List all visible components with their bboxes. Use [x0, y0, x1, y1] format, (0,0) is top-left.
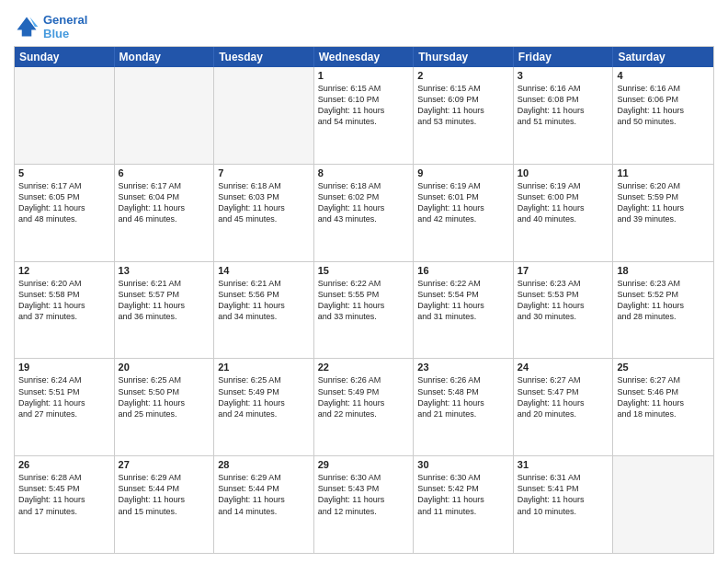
calendar-cell: 2Sunrise: 6:15 AM Sunset: 6:09 PM Daylig…	[414, 67, 514, 164]
header-day-tuesday: Tuesday	[214, 47, 314, 67]
day-number: 5	[18, 167, 110, 178]
calendar-cell: 5Sunrise: 6:17 AM Sunset: 6:05 PM Daylig…	[15, 165, 115, 261]
calendar-cell: 1Sunrise: 6:15 AM Sunset: 6:10 PM Daylig…	[314, 67, 415, 164]
day-number: 19	[18, 362, 110, 373]
day-number: 26	[18, 459, 110, 470]
day-info: Sunrise: 6:19 AM Sunset: 6:00 PM Dayligh…	[518, 180, 609, 225]
calendar-header: SundayMondayTuesdayWednesdayThursdayFrid…	[15, 47, 713, 67]
calendar-cell	[15, 67, 115, 164]
calendar-cell: 10Sunrise: 6:19 AM Sunset: 6:00 PM Dayli…	[514, 165, 614, 261]
calendar-cell: 9Sunrise: 6:19 AM Sunset: 6:01 PM Daylig…	[414, 165, 514, 261]
calendar-cell	[214, 67, 314, 164]
day-number: 25	[617, 362, 710, 373]
calendar-cell: 25Sunrise: 6:27 AM Sunset: 5:46 PM Dayli…	[613, 359, 713, 455]
calendar-cell: 4Sunrise: 6:16 AM Sunset: 6:06 PM Daylig…	[613, 67, 713, 164]
day-info: Sunrise: 6:26 AM Sunset: 5:49 PM Dayligh…	[318, 374, 410, 419]
day-info: Sunrise: 6:29 AM Sunset: 5:44 PM Dayligh…	[119, 472, 210, 517]
calendar-cell: 23Sunrise: 6:26 AM Sunset: 5:48 PM Dayli…	[414, 359, 514, 455]
calendar-week-2: 5Sunrise: 6:17 AM Sunset: 6:05 PM Daylig…	[15, 165, 713, 262]
header-day-saturday: Saturday	[613, 47, 713, 67]
day-info: Sunrise: 6:26 AM Sunset: 5:48 PM Dayligh…	[417, 374, 509, 419]
calendar-week-4: 19Sunrise: 6:24 AM Sunset: 5:51 PM Dayli…	[15, 359, 713, 456]
day-number: 13	[119, 265, 210, 276]
day-number: 9	[417, 167, 509, 178]
day-info: Sunrise: 6:30 AM Sunset: 5:43 PM Dayligh…	[318, 472, 410, 517]
calendar-cell: 22Sunrise: 6:26 AM Sunset: 5:49 PM Dayli…	[314, 359, 415, 455]
day-number: 12	[18, 265, 110, 276]
calendar-cell	[613, 456, 713, 553]
calendar-cell: 28Sunrise: 6:29 AM Sunset: 5:44 PM Dayli…	[214, 456, 314, 553]
day-number: 17	[518, 265, 609, 276]
day-info: Sunrise: 6:25 AM Sunset: 5:49 PM Dayligh…	[218, 374, 310, 419]
calendar-cell: 6Sunrise: 6:17 AM Sunset: 6:04 PM Daylig…	[115, 165, 215, 261]
day-info: Sunrise: 6:15 AM Sunset: 6:09 PM Dayligh…	[417, 83, 509, 128]
header: General Blue	[14, 9, 714, 40]
day-info: Sunrise: 6:31 AM Sunset: 5:41 PM Dayligh…	[518, 472, 609, 517]
day-info: Sunrise: 6:20 AM Sunset: 5:59 PM Dayligh…	[617, 180, 710, 225]
day-number: 27	[119, 459, 210, 470]
calendar-body: 1Sunrise: 6:15 AM Sunset: 6:10 PM Daylig…	[15, 67, 713, 553]
day-number: 14	[218, 265, 310, 276]
calendar-cell: 31Sunrise: 6:31 AM Sunset: 5:41 PM Dayli…	[514, 456, 614, 553]
header-day-wednesday: Wednesday	[314, 47, 415, 67]
day-number: 31	[518, 459, 609, 470]
calendar: SundayMondayTuesdayWednesdayThursdayFrid…	[14, 46, 714, 554]
day-number: 4	[617, 70, 710, 81]
day-number: 30	[417, 459, 509, 470]
day-info: Sunrise: 6:28 AM Sunset: 5:45 PM Dayligh…	[18, 472, 110, 517]
calendar-cell: 13Sunrise: 6:21 AM Sunset: 5:57 PM Dayli…	[115, 262, 215, 359]
logo: General Blue	[14, 13, 87, 40]
day-info: Sunrise: 6:16 AM Sunset: 6:08 PM Dayligh…	[518, 83, 609, 128]
logo-text: General Blue	[43, 13, 87, 40]
day-number: 6	[119, 167, 210, 178]
calendar-cell: 30Sunrise: 6:30 AM Sunset: 5:42 PM Dayli…	[414, 456, 514, 553]
calendar-cell: 14Sunrise: 6:21 AM Sunset: 5:56 PM Dayli…	[214, 262, 314, 359]
day-info: Sunrise: 6:21 AM Sunset: 5:57 PM Dayligh…	[119, 278, 210, 323]
day-number: 11	[617, 167, 710, 178]
day-info: Sunrise: 6:23 AM Sunset: 5:53 PM Dayligh…	[518, 278, 609, 323]
header-day-thursday: Thursday	[414, 47, 514, 67]
calendar-cell: 16Sunrise: 6:22 AM Sunset: 5:54 PM Dayli…	[414, 262, 514, 359]
calendar-cell: 19Sunrise: 6:24 AM Sunset: 5:51 PM Dayli…	[15, 359, 115, 455]
day-info: Sunrise: 6:29 AM Sunset: 5:44 PM Dayligh…	[218, 472, 310, 517]
day-info: Sunrise: 6:15 AM Sunset: 6:10 PM Dayligh…	[318, 83, 410, 128]
day-number: 28	[218, 459, 310, 470]
calendar-week-1: 1Sunrise: 6:15 AM Sunset: 6:10 PM Daylig…	[15, 67, 713, 165]
day-number: 1	[318, 70, 410, 81]
calendar-cell: 29Sunrise: 6:30 AM Sunset: 5:43 PM Dayli…	[314, 456, 415, 553]
calendar-cell: 12Sunrise: 6:20 AM Sunset: 5:58 PM Dayli…	[15, 262, 115, 359]
day-info: Sunrise: 6:18 AM Sunset: 6:03 PM Dayligh…	[218, 180, 310, 225]
day-info: Sunrise: 6:23 AM Sunset: 5:52 PM Dayligh…	[617, 278, 710, 323]
day-number: 23	[417, 362, 509, 373]
page: General Blue SundayMondayTuesdayWednesda…	[0, 0, 728, 563]
header-day-friday: Friday	[514, 47, 614, 67]
day-number: 24	[518, 362, 609, 373]
day-info: Sunrise: 6:25 AM Sunset: 5:50 PM Dayligh…	[119, 374, 210, 419]
day-number: 7	[218, 167, 310, 178]
calendar-week-3: 12Sunrise: 6:20 AM Sunset: 5:58 PM Dayli…	[15, 262, 713, 360]
calendar-cell: 20Sunrise: 6:25 AM Sunset: 5:50 PM Dayli…	[115, 359, 215, 455]
calendar-cell: 3Sunrise: 6:16 AM Sunset: 6:08 PM Daylig…	[514, 67, 614, 164]
day-number: 20	[119, 362, 210, 373]
calendar-week-5: 26Sunrise: 6:28 AM Sunset: 5:45 PM Dayli…	[15, 456, 713, 553]
day-info: Sunrise: 6:24 AM Sunset: 5:51 PM Dayligh…	[18, 374, 110, 419]
day-number: 10	[518, 167, 609, 178]
calendar-cell: 18Sunrise: 6:23 AM Sunset: 5:52 PM Dayli…	[613, 262, 713, 359]
logo-icon	[14, 14, 40, 40]
calendar-cell: 7Sunrise: 6:18 AM Sunset: 6:03 PM Daylig…	[214, 165, 314, 261]
calendar-cell: 17Sunrise: 6:23 AM Sunset: 5:53 PM Dayli…	[514, 262, 614, 359]
day-info: Sunrise: 6:27 AM Sunset: 5:46 PM Dayligh…	[617, 374, 710, 419]
calendar-cell: 11Sunrise: 6:20 AM Sunset: 5:59 PM Dayli…	[613, 165, 713, 261]
day-number: 3	[518, 70, 609, 81]
day-info: Sunrise: 6:22 AM Sunset: 5:55 PM Dayligh…	[318, 278, 410, 323]
day-number: 29	[318, 459, 410, 470]
day-number: 22	[318, 362, 410, 373]
day-number: 15	[318, 265, 410, 276]
calendar-cell: 27Sunrise: 6:29 AM Sunset: 5:44 PM Dayli…	[115, 456, 215, 553]
day-info: Sunrise: 6:30 AM Sunset: 5:42 PM Dayligh…	[417, 472, 509, 517]
day-info: Sunrise: 6:17 AM Sunset: 6:05 PM Dayligh…	[18, 180, 110, 225]
day-info: Sunrise: 6:22 AM Sunset: 5:54 PM Dayligh…	[417, 278, 509, 323]
svg-marker-1	[17, 17, 37, 37]
day-number: 2	[417, 70, 509, 81]
day-number: 8	[318, 167, 410, 178]
